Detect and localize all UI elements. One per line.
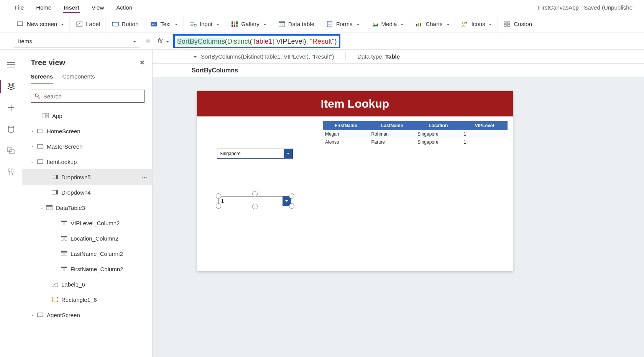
resize-handle[interactable] [216,203,221,209]
tree-node-label: DataTable3 [56,205,85,211]
resize-handle[interactable] [252,191,258,197]
tree-view-icon[interactable] [7,82,15,90]
ribbon-charts-label: Charts [426,21,442,27]
svg-point-76 [52,301,53,302]
tree-search-input[interactable]: Search [31,90,145,103]
tree-node-dropdown5[interactable]: Dropdown5⋯ [22,169,152,185]
tree-node-homescreen[interactable]: ›HomeScreen [22,123,152,139]
label-icon [51,282,58,287]
charts-icon [416,21,422,27]
chevron-down-icon[interactable] [284,149,292,158]
tree-chevron-icon[interactable]: ⌄ [29,159,35,164]
ribbon-custom[interactable]: Custon [498,16,537,33]
ribbon-forms-label: Forms [336,21,353,27]
tree-node-dropdown4[interactable]: Dropdown4 [22,185,152,200]
dropdown-location[interactable]: Singapore [217,149,293,159]
tree-title: Tree view [31,58,65,67]
resize-handle[interactable] [289,193,294,199]
data-table[interactable]: FirstName LastName Location VIPLevel Meg… [323,121,508,146]
tab-screens[interactable]: Screens [31,73,53,84]
ribbon-gallery[interactable]: Gallery [226,16,272,33]
page-banner: Item Lookup [197,91,513,116]
tree-node-label1_6[interactable]: Label1_6 [22,277,152,292]
text-icon: Abc [150,21,157,27]
ribbon-text[interactable]: Abc Text [145,16,184,33]
table-row[interactable]: Alonso Partee Singapore 1 [323,138,508,146]
resize-handle[interactable] [252,204,258,209]
equals-sign: = [146,37,150,46]
ribbon-icons[interactable]: Icons [456,16,498,33]
chevron-down-icon [400,21,404,27]
col-header[interactable]: VIPLevel [462,122,508,129]
tree-node-app[interactable]: App [22,108,152,123]
custom-icon [504,21,511,27]
chevron-down-icon [356,21,360,27]
menu-view[interactable]: View [91,1,105,14]
chevron-down-icon [215,21,219,27]
app-icon [42,113,49,118]
app-canvas[interactable]: Item Lookup Singapore 1 FirstName LastNa… [197,91,513,271]
tree-node-label: Location_Column2 [71,235,118,242]
column-icon [61,220,67,226]
ribbon-custom-label: Custon [514,21,532,27]
svg-rect-73 [53,298,57,301]
tree-node-label: Rectangle1_6 [61,296,97,303]
chevron-down-icon [488,21,492,27]
col-header[interactable]: Location [415,122,462,129]
chevron-down-icon[interactable] [193,53,197,60]
tree-node-viplevel_column2[interactable]: VIPLevel_Column2 [22,215,152,231]
advanced-tools-icon[interactable] [7,168,15,176]
hamburger-icon[interactable] [7,61,15,69]
data-pane-icon[interactable] [7,125,15,133]
tree-node-agentscreen[interactable]: ›AgentScreen [22,307,152,323]
ribbon-input-label: Input [200,21,212,27]
menu-insert[interactable]: Insert [63,1,80,14]
ribbon-input[interactable]: Input [184,16,225,33]
resize-handle[interactable] [289,203,294,209]
tab-components[interactable]: Components [62,73,95,84]
resize-handle[interactable] [216,193,221,199]
screen-icon [17,21,24,27]
menu-action[interactable]: Action [115,1,133,14]
tree-node-lastname_column2[interactable]: LastName_Column2 [22,246,152,261]
tree-node-firstname_column2[interactable]: FirstName_Column2 [22,261,152,277]
ribbon-text-label: Text [160,21,171,27]
ribbon-label[interactable]: Label [71,16,106,33]
tree-node-itemlookup[interactable]: ⌄ItemLookup [22,154,152,169]
ribbon-charts[interactable]: Charts [410,16,455,33]
close-icon[interactable]: ✕ [140,59,145,66]
tree-chevron-icon[interactable]: › [29,313,35,317]
fx-button[interactable]: fx [156,34,171,48]
col-header[interactable]: LastName [369,122,416,129]
menu-file[interactable]: File [14,1,25,14]
canvas-area: Item Lookup Singapore 1 FirstName LastNa… [153,77,644,357]
ribbon-forms[interactable]: Forms [321,16,365,33]
insert-pane-icon[interactable] [7,103,15,112]
ribbon-media[interactable]: Media [366,16,410,33]
formula-input[interactable]: SortByColumns(Distinct(Table1| VIPLevel)… [173,34,341,48]
label-icon [76,21,83,27]
more-icon[interactable]: ⋯ [141,173,148,181]
media-pane-icon[interactable] [7,146,15,155]
table-icon [46,205,53,210]
tree-node-datatable3[interactable]: ⌄DataTable3 [22,200,152,215]
cell: Partee [369,138,416,146]
tree-chevron-icon[interactable]: ⌄ [38,205,44,210]
ribbon-data-table[interactable]: Data table [273,16,320,33]
svg-rect-0 [17,22,23,26]
menu-home[interactable]: Home [35,1,52,14]
svg-rect-46 [43,113,45,118]
tree-node-rectangle1_6[interactable]: Rectangle1_6 [22,292,152,307]
data-table-icon [278,21,285,27]
table-row[interactable]: Megan Rohman Singapore 1 [323,130,508,138]
ribbon-button[interactable]: Button [107,16,144,33]
svg-rect-26 [420,23,421,26]
ribbon-new-screen[interactable]: New screen [12,16,70,33]
tree-node-location_column2[interactable]: Location_Column2 [22,231,152,246]
col-header[interactable]: FirstName [323,122,369,129]
tree-chevron-icon[interactable]: › [29,129,35,133]
tree-node-masterscreen[interactable]: ›MasterScreen [22,139,152,154]
formula-bar: Items = fx SortByColumns(Distinct(Table1… [0,33,644,50]
tree-chevron-icon[interactable]: › [29,144,35,149]
property-selector[interactable]: Items [14,35,140,48]
